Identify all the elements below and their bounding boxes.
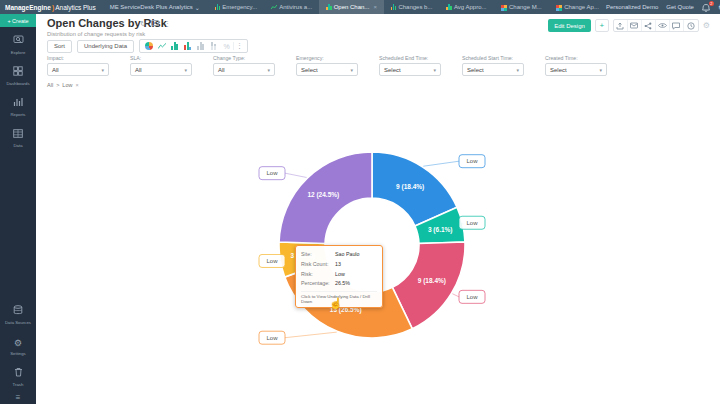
filter-select[interactable]: Select▾: [462, 63, 524, 76]
filter-2: Change Type:All▾: [213, 55, 275, 76]
tab-label: Antivirus a...: [279, 4, 312, 10]
sidebar-item-data-sources[interactable]: Data Sources: [0, 297, 36, 328]
callout-text: Low: [466, 294, 478, 300]
edit-design-button[interactable]: Edit Design: [548, 19, 591, 32]
tab-0[interactable]: Emergency...: [208, 0, 264, 14]
data-icon: [13, 124, 23, 142]
tab-2[interactable]: Open Chan...×: [319, 0, 384, 14]
schedule-icon[interactable]: [684, 20, 698, 31]
filter-select[interactable]: Select▾: [545, 63, 607, 76]
email-icon[interactable]: [628, 20, 642, 31]
sidebar-item-label: Data: [13, 143, 22, 148]
filter-value: Select: [550, 67, 567, 73]
callout-label-4[interactable]: Low: [259, 254, 285, 267]
pie-chart-icon[interactable]: [142, 40, 155, 52]
bell-icon[interactable]: 2: [702, 3, 710, 12]
tab-3[interactable]: Changes b...: [384, 0, 440, 14]
bar-chart-icon: [215, 4, 221, 11]
tab-1[interactable]: Antivirus a...: [264, 0, 319, 14]
tooltip-value: 26.5%: [335, 279, 350, 289]
tab-label: Avg Appro...: [454, 4, 487, 10]
sidebar-item-label: Settings: [10, 351, 26, 356]
export-icon[interactable]: [614, 20, 628, 31]
filter-4: Scheduled End Time:Select▾: [379, 55, 441, 76]
filter-0: Impact:All▾: [47, 55, 109, 76]
sidebar-item-dashboards[interactable]: Dashboards: [0, 58, 36, 89]
callout-label-3[interactable]: Low: [259, 331, 285, 344]
sidebar-item-settings[interactable]: ⚙Settings: [0, 328, 36, 359]
sidebar-item-trash[interactable]: Trash: [0, 359, 36, 390]
breadcrumb: All > Low ×: [47, 82, 79, 88]
more-icon[interactable]: ⋮: [233, 42, 245, 50]
settings-icon: ⚙: [14, 332, 22, 350]
sidebar-item-label: Reports: [10, 112, 25, 117]
workspace-selector[interactable]: ME ServiceDesk Plus Analytics ⌄: [102, 4, 208, 11]
slice-value-label: 9 (18.4%): [418, 277, 446, 285]
breadcrumb-root[interactable]: All: [47, 82, 53, 88]
sort-button[interactable]: Sort: [47, 40, 72, 53]
callout-text: Low: [266, 170, 278, 176]
filter-select[interactable]: All▾: [130, 63, 192, 76]
callout-label-5[interactable]: Low: [259, 167, 285, 180]
tooltip-value: Sao Paulo: [335, 250, 359, 260]
gray-bar-chart-icon[interactable]: [194, 40, 207, 52]
slideshow-icon[interactable]: [151, 20, 159, 28]
sidebar-item-label: Dashboards: [6, 81, 29, 86]
create-button[interactable]: + Create: [0, 14, 36, 27]
filter-select[interactable]: Select▾: [379, 63, 441, 76]
tab-4[interactable]: Avg Appro...: [439, 0, 493, 14]
bar-chart-icon[interactable]: [168, 40, 181, 52]
explore-icon: [13, 31, 24, 49]
brand-logo[interactable]: ManageEngine ) Analytics Plus: [0, 4, 102, 11]
tab-6[interactable]: Change Ap...: [549, 0, 606, 14]
chevron-down-icon: ▾: [267, 67, 270, 73]
breadcrumb-close-icon[interactable]: ×: [75, 82, 78, 88]
filter-select[interactable]: All▾: [47, 63, 109, 76]
settings-icon[interactable]: ⚙: [703, 21, 710, 30]
sidebar-item-reports[interactable]: Reports: [0, 89, 36, 120]
sidebar-item-explore[interactable]: Explore: [0, 27, 36, 58]
chevron-down-icon: ▾: [184, 67, 187, 73]
colored-bar-chart-icon[interactable]: [181, 40, 194, 52]
filter-value: Select: [467, 67, 484, 73]
callout-text: Low: [466, 158, 478, 164]
refresh-icon[interactable]: ↻: [140, 20, 146, 28]
get-quote-link[interactable]: Get Quote: [666, 4, 694, 10]
tooltip-key: Risk Count:: [301, 260, 335, 270]
filter-select[interactable]: Select▾: [296, 63, 358, 76]
slice-value-label: 12 (24.5%): [307, 191, 339, 199]
percent-chart-icon[interactable]: %: [220, 40, 233, 52]
filter-label: Emergency:: [296, 55, 358, 61]
bar-chart-icon: [391, 4, 397, 11]
tab-label: Changes b...: [398, 4, 432, 10]
tab-5[interactable]: Change M...: [494, 0, 549, 14]
grid-icon: [501, 3, 508, 12]
tooltip-key: Percentage:: [301, 279, 335, 289]
add-icon[interactable]: +: [595, 19, 609, 32]
view-icon[interactable]: [656, 20, 670, 31]
sidebar-item-label: Explore: [11, 50, 26, 55]
callout-label-1[interactable]: Low: [459, 216, 485, 229]
comment-icon[interactable]: [670, 20, 684, 31]
slice-value-label: 9 (18.4%): [396, 183, 424, 191]
callout-label-2[interactable]: Low: [459, 290, 485, 303]
sidebar-item-label: Trash: [13, 382, 24, 387]
more-icon[interactable]: ⋮: [164, 20, 171, 28]
filter-value: Select: [384, 67, 401, 73]
filter-value: All: [218, 67, 225, 73]
sidebar-item-data[interactable]: Data: [0, 120, 36, 151]
line-chart-icon[interactable]: [155, 40, 168, 52]
share-icon[interactable]: [642, 20, 656, 31]
personalized-demo-link[interactable]: Personalized Demo: [606, 4, 658, 10]
filter-6: Created Time:Select▾: [545, 55, 607, 76]
callout-label-0[interactable]: Low: [459, 155, 485, 168]
tab-close-icon[interactable]: ×: [373, 4, 377, 10]
callout-line: [452, 294, 459, 297]
filter-label: Change Type:: [213, 55, 275, 61]
chevron-down-icon: ▾: [101, 67, 104, 73]
filter-select[interactable]: All▾: [213, 63, 275, 76]
underlying-data-button[interactable]: Underlying Data: [77, 40, 134, 53]
stacked-chart-icon[interactable]: [207, 40, 220, 52]
breadcrumb-current[interactable]: Low: [62, 82, 72, 88]
hamburger-icon[interactable]: ≡: [16, 390, 21, 404]
